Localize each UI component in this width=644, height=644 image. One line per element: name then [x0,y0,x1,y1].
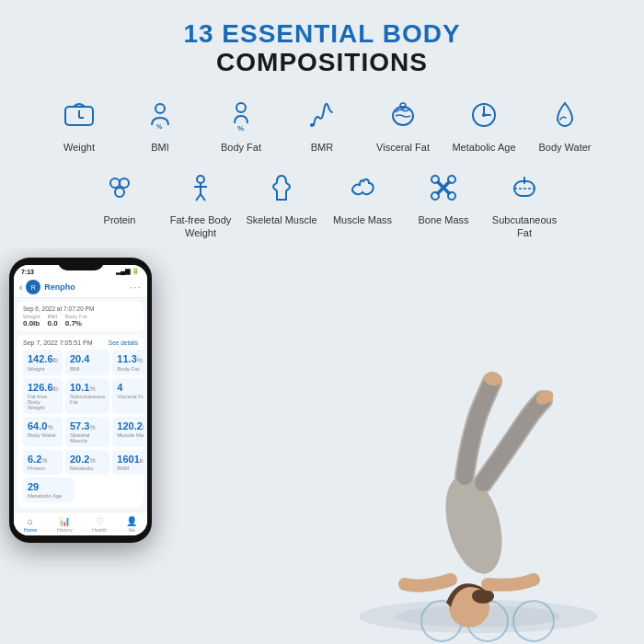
bottom-section: 7:13 ▂▄▆ 🔋 ‹ R Renpho ··· Sep 6, 2022 at… [0,248,644,644]
icon-visceral: Visceral Fat [362,88,443,159]
yoga-figure-area [202,340,644,644]
metric-name-8: Muscle Mass [117,432,144,438]
metric-name-6: Body Water [28,432,58,438]
back-button[interactable]: ‹ [19,282,22,293]
metric-val-11: 1601kcal [117,454,144,465]
svg-text:%: % [237,124,244,132]
tab-me-label: Me [128,527,135,533]
metric-val-8: 120.2lb [117,420,144,431]
bone-icon [422,167,465,209]
curr-date: Sep 7, 2022 7:05:51 PM [23,339,93,346]
icon-fatfree: Fat-free Body Weight [160,161,241,246]
svg-line-18 [196,194,201,201]
metric-name-5: Visceral Fat [117,394,144,399]
metabolic-age-cell: 29 Metabolic Age [23,477,75,502]
svg-text:%: % [156,123,163,130]
metric-val-4: 10.1% [70,382,105,393]
metabolic-age-val: 29 [28,481,70,492]
metric-cell-2: 11.3% Body Fat [112,350,144,374]
bmr-icon [301,94,343,136]
weight-label: Weight [63,141,95,154]
subcutaneous-label: Subcutaneous Fat [488,213,561,240]
bodyfat-label: Body Fat [221,141,261,154]
water-icon [544,94,586,136]
metric-name-2: Body Fat [117,366,144,372]
icon-muscle: Muscle Mass [322,161,403,246]
metric-cell-8: 120.2lb Muscle Mass [112,417,144,447]
tab-me[interactable]: 👤 Me [126,516,137,533]
icon-bone: Bone Mass [403,161,484,246]
bone-label: Bone Mass [418,213,468,226]
yoga-svg [202,340,644,644]
tab-home-label: Home [24,527,38,533]
health-icon: ♡ [96,516,104,526]
icon-row-1: Weight % BMI % Body Fat [9,88,635,159]
metric-cell-7: 57.3% Skeletal Muscle [65,417,109,447]
phone-time: 7:13 [21,269,34,275]
svg-line-19 [201,194,205,201]
bodyfat-icon: % [220,94,262,136]
icon-protein: Protein [79,161,160,246]
metric-val-2: 11.3% [117,353,144,364]
metric-val-5: 4 [117,382,144,393]
see-details[interactable]: See details [109,339,138,346]
svg-point-36 [472,589,494,604]
metric-name-4: Subcutaneous Fat [70,394,105,405]
current-card: Sep 7, 2022 7:05:51 PM See details 142.6… [17,335,144,508]
user-avatar: R [26,280,40,294]
metric-name-7: Skeletal Muscle [70,432,105,443]
metabolic-age-row: 29 Metabolic Age [23,477,138,502]
svg-point-11 [482,113,486,117]
visceral-label: Visceral Fat [376,141,430,154]
metage-label: Metabolic Age [452,141,515,154]
metric-cell-4: 10.1% Subcutaneous Fat [65,378,109,414]
metric-name-3: Fat-free Body Weight [28,394,58,410]
subcutaneous-icon [503,167,546,209]
metric-cell-3: 126.6lb Fat-free Body Weight [23,378,63,414]
skeletal-icon [260,167,303,209]
metric-name-0: Weight [28,366,58,372]
metabolic-age-label: Metabolic Age [28,493,70,499]
tab-history-label: History [57,527,73,533]
skeletal-label: Skeletal Muscle [246,213,316,226]
svg-point-14 [115,188,124,197]
metric-val-9: 6.2% [28,454,58,465]
icons-section: Weight % BMI % Body Fat [0,85,644,249]
svg-point-15 [197,176,204,183]
metric-name-10: Metabolic [70,466,105,471]
phone-tabbar: ⌂ Home 📊 History ♡ Health 👤 Me [14,512,147,535]
svg-point-12 [110,178,120,188]
metric-cell-10: 20.2% Metabolic [65,450,109,475]
muscle-label: Muscle Mass [333,213,392,226]
signal-icon: ▂▄▆ [116,268,130,275]
prev-bmi: BMI 0.0 [48,314,58,328]
weight-icon [58,94,100,136]
metric-cell-1: 20.4 BMI [65,350,109,374]
tab-health-label: Health [92,527,107,533]
icon-row-2: Protein Fat-free Body Weight Skeleta [9,161,635,246]
metric-name-9: Protein [28,466,58,471]
muscle-icon [341,167,384,209]
phone-screen: 7:13 ▂▄▆ 🔋 ‹ R Renpho ··· Sep 6, 2022 at… [14,265,147,535]
tab-health[interactable]: ♡ Health [92,516,107,533]
tab-history[interactable]: 📊 History [57,516,73,533]
metric-name-1: BMI [70,366,105,372]
icon-water: Body Water [524,88,605,159]
curr-date-row: Sep 7, 2022 7:05:51 PM See details [23,339,138,346]
metric-val-10: 20.2% [70,454,105,465]
water-label: Body Water [538,141,591,154]
metage-icon [463,94,505,136]
status-icons: ▂▄▆ 🔋 [116,268,140,275]
icon-skeletal: Skeletal Muscle [241,161,322,246]
icon-metage: Metabolic Age [443,88,524,159]
prev-measurement: Sep 6, 2022 at 7:07:20 PM Weight 0.0lb B… [17,302,144,331]
prev-bodyfat: Body Fat 0.7% [65,314,87,328]
prev-weight: Weight 0.0lb [23,314,40,328]
icon-bodyfat: % Body Fat [201,88,282,159]
header-line1: 13 ESSENTIAL BODY [183,20,460,49]
phone-wrapper: 7:13 ▂▄▆ 🔋 ‹ R Renpho ··· Sep 6, 2022 at… [9,258,152,543]
svg-point-13 [120,178,129,188]
metric-cell-5: 4 Visceral Fat [112,378,144,414]
more-button[interactable]: ··· [130,281,142,293]
tab-home[interactable]: ⌂ Home [24,516,38,533]
